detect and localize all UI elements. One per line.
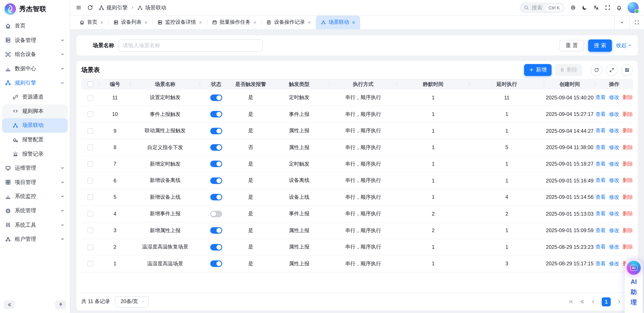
edit-link[interactable]: 修改	[609, 244, 619, 250]
sidebar-item-alarm-config[interactable]: 报警配置	[0, 132, 70, 147]
row-checkbox[interactable]	[88, 244, 93, 250]
row-checkbox[interactable]	[88, 261, 93, 266]
sidebar-collapse-button[interactable]	[4, 300, 15, 309]
row-checkbox[interactable]	[88, 144, 93, 150]
select-all-checkbox[interactable]	[88, 81, 93, 87]
refresh-page-button[interactable]	[87, 4, 93, 11]
status-toggle[interactable]	[210, 260, 222, 267]
view-link[interactable]: 查看	[596, 177, 606, 184]
notifications-button[interactable]	[616, 4, 622, 11]
pagination-first-button[interactable]	[568, 299, 574, 304]
view-link[interactable]: 查看	[596, 127, 606, 134]
tab-device-operation-record[interactable]: 设备操作记录×	[262, 16, 316, 29]
edit-link[interactable]: 修改	[609, 177, 619, 184]
status-toggle[interactable]	[210, 94, 222, 101]
view-link[interactable]: 查看	[596, 194, 606, 201]
sidebar-item-ops-management[interactable]: 运维管理	[0, 161, 70, 175]
delete-link[interactable]: 删除	[622, 177, 633, 184]
tab-close-icon[interactable]: ×	[100, 20, 104, 25]
row-checkbox[interactable]	[88, 211, 93, 217]
delete-link[interactable]: 删除	[622, 194, 633, 201]
sidebar-item-scene-linkage[interactable]: 场景联动	[2, 118, 68, 132]
tab-close-icon[interactable]: ×	[308, 20, 311, 25]
status-toggle[interactable]	[210, 210, 222, 217]
view-link[interactable]: 查看	[596, 244, 606, 250]
sidebar-item-system-tools[interactable]: 系统工具	[0, 218, 70, 232]
delete-link[interactable]: 删除	[622, 160, 633, 168]
column-settings-button[interactable]	[621, 64, 633, 76]
pagination-prev-button[interactable]	[590, 299, 596, 304]
status-toggle[interactable]	[210, 144, 222, 151]
delete-link[interactable]: 删除	[622, 244, 633, 250]
row-checkbox[interactable]	[88, 194, 93, 200]
pagination-prev-group-button[interactable]	[580, 299, 585, 304]
tab-device-list[interactable]: 设备列表×	[108, 16, 152, 29]
breadcrumb-rule-engine[interactable]: 规则引擎	[98, 4, 128, 11]
dark-mode-button[interactable]	[582, 4, 588, 11]
status-toggle[interactable]	[210, 178, 222, 184]
sidebar-item-alarm-record[interactable]: 报警记录	[0, 147, 70, 161]
view-link[interactable]: 查看	[596, 227, 606, 234]
delete-link[interactable]: 删除	[622, 94, 633, 101]
sidebar-item-tenant-management[interactable]: 租户管理	[0, 232, 70, 246]
ai-assistant-widget[interactable]: AI AI助理	[625, 258, 643, 313]
sidebar-pin-button[interactable]	[55, 300, 66, 309]
view-link[interactable]: 查看	[596, 210, 606, 217]
tab-batch-operation-task[interactable]: 批量操作任务×	[207, 16, 261, 29]
sidebar-item-home[interactable]: 首页	[0, 19, 70, 33]
refresh-table-button[interactable]	[590, 64, 602, 76]
user-avatar[interactable]	[628, 2, 638, 13]
breadcrumb-scene-linkage[interactable]: 场景联动	[137, 4, 166, 11]
edit-link[interactable]: 修改	[609, 160, 619, 168]
search-button[interactable]: 搜索	[588, 39, 612, 52]
add-button[interactable]: 新增	[524, 64, 552, 76]
pagination-next-button[interactable]	[616, 299, 622, 304]
delete-link[interactable]: 删除	[622, 210, 633, 217]
view-link[interactable]: 查看	[596, 94, 606, 101]
fullscreen-button[interactable]	[604, 4, 611, 11]
sidebar-item-data-center[interactable]: 数据中心	[0, 62, 70, 76]
status-toggle[interactable]	[210, 244, 222, 250]
edit-link[interactable]: 修改	[609, 260, 619, 267]
sidebar-item-resource-channel[interactable]: 资源通道	[0, 90, 70, 104]
expand-table-button[interactable]	[606, 64, 618, 76]
view-link[interactable]: 查看	[596, 144, 606, 151]
view-link[interactable]: 查看	[596, 160, 606, 168]
delete-link[interactable]: 删除	[622, 227, 633, 234]
status-toggle[interactable]	[210, 161, 222, 167]
row-checkbox[interactable]	[88, 128, 93, 134]
status-toggle[interactable]	[210, 111, 222, 118]
scene-name-input[interactable]	[118, 39, 263, 52]
delete-link[interactable]: 删除	[622, 111, 633, 118]
view-link[interactable]: 查看	[596, 111, 606, 118]
tab-home[interactable]: 首页×	[74, 16, 108, 29]
tab-list-dropdown-button[interactable]	[614, 16, 629, 29]
edit-link[interactable]: 修改	[609, 94, 619, 101]
edit-link[interactable]: 修改	[609, 227, 619, 234]
settings-button[interactable]	[570, 4, 576, 11]
row-checkbox[interactable]	[88, 111, 93, 117]
global-search[interactable]: 搜索 Ctrl K	[519, 2, 565, 13]
row-checkbox[interactable]	[88, 228, 93, 233]
content-fullscreen-button[interactable]	[629, 16, 644, 29]
row-checkbox[interactable]	[88, 178, 93, 184]
edit-link[interactable]: 修改	[609, 210, 619, 217]
sidebar-item-system-monitor[interactable]: 系统监控	[0, 189, 70, 204]
delete-link[interactable]: 删除	[622, 144, 633, 151]
delete-button[interactable]: 删除	[555, 64, 582, 76]
view-link[interactable]: 查看	[596, 260, 606, 267]
edit-link[interactable]: 修改	[609, 127, 619, 134]
edit-link[interactable]: 修改	[609, 111, 619, 118]
status-toggle[interactable]	[210, 227, 222, 234]
tab-close-icon[interactable]: ×	[144, 20, 148, 25]
tab-close-icon[interactable]: ×	[352, 20, 355, 25]
sidebar-item-project-management[interactable]: 项目管理	[0, 175, 70, 189]
sidebar-item-system-management[interactable]: 系统管理	[0, 204, 70, 218]
language-button[interactable]	[593, 4, 599, 11]
tab-monitor-device-detail[interactable]: 监控设备详情×	[152, 16, 207, 29]
status-toggle[interactable]	[210, 194, 222, 201]
edit-link[interactable]: 修改	[609, 194, 619, 201]
status-toggle[interactable]	[210, 128, 222, 134]
sidebar-item-device-management[interactable]: 设备管理	[0, 33, 70, 47]
delete-link[interactable]: 删除	[622, 127, 633, 134]
